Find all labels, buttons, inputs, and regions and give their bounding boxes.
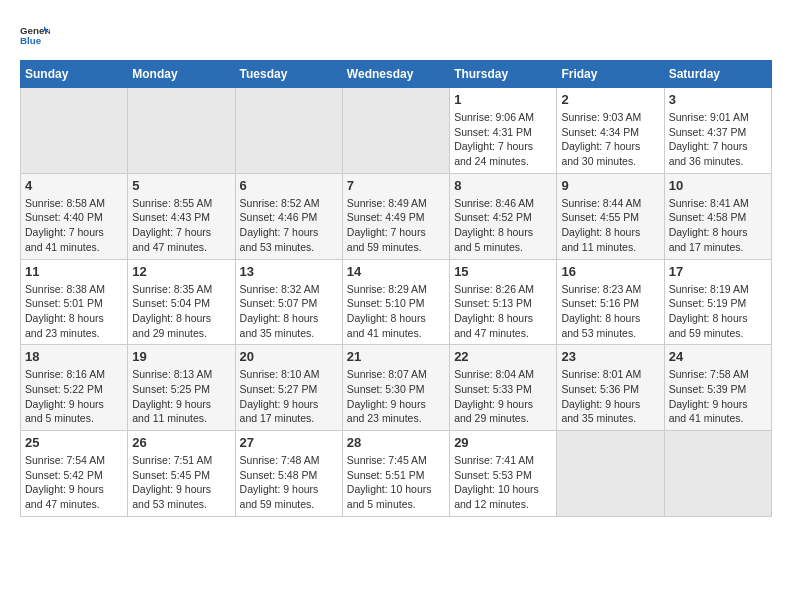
day-info: Sunrise: 8:07 AM Sunset: 5:30 PM Dayligh… (347, 367, 445, 426)
calendar-cell: 9 Sunrise: 8:44 AM Sunset: 4:55 PM Dayli… (557, 173, 664, 259)
day-number: 12 (132, 264, 230, 279)
day-info: Sunrise: 8:32 AM Sunset: 5:07 PM Dayligh… (240, 282, 338, 341)
day-info: Sunrise: 8:46 AM Sunset: 4:52 PM Dayligh… (454, 196, 552, 255)
weekday-header: Sunday (21, 61, 128, 88)
calendar-cell: 22 Sunrise: 8:04 AM Sunset: 5:33 PM Dayl… (450, 345, 557, 431)
day-info: Sunrise: 7:51 AM Sunset: 5:45 PM Dayligh… (132, 453, 230, 512)
day-number: 15 (454, 264, 552, 279)
calendar-cell: 23 Sunrise: 8:01 AM Sunset: 5:36 PM Dayl… (557, 345, 664, 431)
day-info: Sunrise: 7:54 AM Sunset: 5:42 PM Dayligh… (25, 453, 123, 512)
day-number: 7 (347, 178, 445, 193)
day-number: 23 (561, 349, 659, 364)
day-info: Sunrise: 8:55 AM Sunset: 4:43 PM Dayligh… (132, 196, 230, 255)
day-info: Sunrise: 9:01 AM Sunset: 4:37 PM Dayligh… (669, 110, 767, 169)
svg-text:Blue: Blue (20, 35, 42, 46)
day-number: 20 (240, 349, 338, 364)
calendar-cell: 1 Sunrise: 9:06 AM Sunset: 4:31 PM Dayli… (450, 88, 557, 174)
day-info: Sunrise: 8:26 AM Sunset: 5:13 PM Dayligh… (454, 282, 552, 341)
weekday-header: Friday (557, 61, 664, 88)
calendar-cell: 8 Sunrise: 8:46 AM Sunset: 4:52 PM Dayli… (450, 173, 557, 259)
day-number: 21 (347, 349, 445, 364)
calendar-table: SundayMondayTuesdayWednesdayThursdayFrid… (20, 60, 772, 517)
day-info: Sunrise: 8:04 AM Sunset: 5:33 PM Dayligh… (454, 367, 552, 426)
calendar-cell (342, 88, 449, 174)
day-info: Sunrise: 8:58 AM Sunset: 4:40 PM Dayligh… (25, 196, 123, 255)
calendar-cell (128, 88, 235, 174)
weekday-header: Tuesday (235, 61, 342, 88)
calendar-cell: 2 Sunrise: 9:03 AM Sunset: 4:34 PM Dayli… (557, 88, 664, 174)
calendar-cell (557, 431, 664, 517)
calendar-cell (21, 88, 128, 174)
calendar-cell: 13 Sunrise: 8:32 AM Sunset: 5:07 PM Dayl… (235, 259, 342, 345)
day-info: Sunrise: 8:01 AM Sunset: 5:36 PM Dayligh… (561, 367, 659, 426)
day-number: 29 (454, 435, 552, 450)
day-number: 2 (561, 92, 659, 107)
header: General Blue (20, 20, 772, 50)
day-info: Sunrise: 8:49 AM Sunset: 4:49 PM Dayligh… (347, 196, 445, 255)
calendar-cell: 24 Sunrise: 7:58 AM Sunset: 5:39 PM Dayl… (664, 345, 771, 431)
day-number: 4 (25, 178, 123, 193)
day-number: 24 (669, 349, 767, 364)
day-number: 17 (669, 264, 767, 279)
calendar-cell: 20 Sunrise: 8:10 AM Sunset: 5:27 PM Dayl… (235, 345, 342, 431)
calendar-cell: 17 Sunrise: 8:19 AM Sunset: 5:19 PM Dayl… (664, 259, 771, 345)
day-number: 10 (669, 178, 767, 193)
calendar-cell: 16 Sunrise: 8:23 AM Sunset: 5:16 PM Dayl… (557, 259, 664, 345)
calendar-cell: 28 Sunrise: 7:45 AM Sunset: 5:51 PM Dayl… (342, 431, 449, 517)
calendar-cell: 5 Sunrise: 8:55 AM Sunset: 4:43 PM Dayli… (128, 173, 235, 259)
day-number: 18 (25, 349, 123, 364)
day-info: Sunrise: 8:23 AM Sunset: 5:16 PM Dayligh… (561, 282, 659, 341)
day-number: 6 (240, 178, 338, 193)
day-info: Sunrise: 8:41 AM Sunset: 4:58 PM Dayligh… (669, 196, 767, 255)
day-info: Sunrise: 9:06 AM Sunset: 4:31 PM Dayligh… (454, 110, 552, 169)
weekday-header: Wednesday (342, 61, 449, 88)
day-info: Sunrise: 8:29 AM Sunset: 5:10 PM Dayligh… (347, 282, 445, 341)
calendar-cell: 18 Sunrise: 8:16 AM Sunset: 5:22 PM Dayl… (21, 345, 128, 431)
calendar-cell: 19 Sunrise: 8:13 AM Sunset: 5:25 PM Dayl… (128, 345, 235, 431)
day-info: Sunrise: 8:52 AM Sunset: 4:46 PM Dayligh… (240, 196, 338, 255)
day-info: Sunrise: 7:58 AM Sunset: 5:39 PM Dayligh… (669, 367, 767, 426)
day-number: 9 (561, 178, 659, 193)
calendar-cell: 10 Sunrise: 8:41 AM Sunset: 4:58 PM Dayl… (664, 173, 771, 259)
calendar-cell: 7 Sunrise: 8:49 AM Sunset: 4:49 PM Dayli… (342, 173, 449, 259)
day-number: 26 (132, 435, 230, 450)
calendar-cell: 6 Sunrise: 8:52 AM Sunset: 4:46 PM Dayli… (235, 173, 342, 259)
calendar-cell: 15 Sunrise: 8:26 AM Sunset: 5:13 PM Dayl… (450, 259, 557, 345)
calendar-cell: 26 Sunrise: 7:51 AM Sunset: 5:45 PM Dayl… (128, 431, 235, 517)
day-number: 5 (132, 178, 230, 193)
day-info: Sunrise: 8:38 AM Sunset: 5:01 PM Dayligh… (25, 282, 123, 341)
day-info: Sunrise: 8:35 AM Sunset: 5:04 PM Dayligh… (132, 282, 230, 341)
weekday-header: Thursday (450, 61, 557, 88)
calendar-cell: 21 Sunrise: 8:07 AM Sunset: 5:30 PM Dayl… (342, 345, 449, 431)
calendar-cell: 14 Sunrise: 8:29 AM Sunset: 5:10 PM Dayl… (342, 259, 449, 345)
day-number: 28 (347, 435, 445, 450)
calendar-cell: 29 Sunrise: 7:41 AM Sunset: 5:53 PM Dayl… (450, 431, 557, 517)
calendar-cell (664, 431, 771, 517)
day-info: Sunrise: 8:13 AM Sunset: 5:25 PM Dayligh… (132, 367, 230, 426)
calendar-cell: 27 Sunrise: 7:48 AM Sunset: 5:48 PM Dayl… (235, 431, 342, 517)
calendar-cell: 3 Sunrise: 9:01 AM Sunset: 4:37 PM Dayli… (664, 88, 771, 174)
day-number: 25 (25, 435, 123, 450)
day-number: 8 (454, 178, 552, 193)
day-number: 16 (561, 264, 659, 279)
calendar-cell: 25 Sunrise: 7:54 AM Sunset: 5:42 PM Dayl… (21, 431, 128, 517)
calendar-cell: 4 Sunrise: 8:58 AM Sunset: 4:40 PM Dayli… (21, 173, 128, 259)
day-number: 3 (669, 92, 767, 107)
day-number: 11 (25, 264, 123, 279)
calendar-cell (235, 88, 342, 174)
day-info: Sunrise: 8:10 AM Sunset: 5:27 PM Dayligh… (240, 367, 338, 426)
day-info: Sunrise: 8:44 AM Sunset: 4:55 PM Dayligh… (561, 196, 659, 255)
day-info: Sunrise: 7:41 AM Sunset: 5:53 PM Dayligh… (454, 453, 552, 512)
day-number: 22 (454, 349, 552, 364)
weekday-header: Saturday (664, 61, 771, 88)
day-number: 1 (454, 92, 552, 107)
day-number: 14 (347, 264, 445, 279)
logo: General Blue (20, 20, 54, 50)
weekday-header: Monday (128, 61, 235, 88)
day-info: Sunrise: 8:16 AM Sunset: 5:22 PM Dayligh… (25, 367, 123, 426)
day-info: Sunrise: 8:19 AM Sunset: 5:19 PM Dayligh… (669, 282, 767, 341)
day-info: Sunrise: 9:03 AM Sunset: 4:34 PM Dayligh… (561, 110, 659, 169)
calendar-cell: 12 Sunrise: 8:35 AM Sunset: 5:04 PM Dayl… (128, 259, 235, 345)
logo-icon: General Blue (20, 20, 50, 50)
day-info: Sunrise: 7:45 AM Sunset: 5:51 PM Dayligh… (347, 453, 445, 512)
